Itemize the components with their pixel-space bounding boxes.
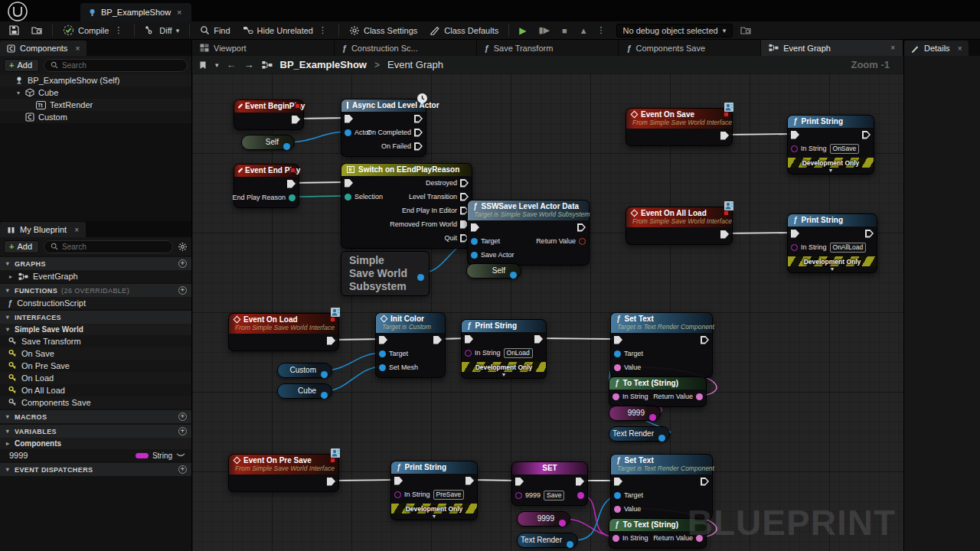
data-pin[interactable] [614, 350, 621, 357]
event-end-play[interactable]: Event End PlayEnd Play Reason [234, 164, 299, 208]
pin-value-field[interactable]: OnSave [830, 144, 860, 154]
debug-object-dropdown[interactable]: No debug object selected ▾ [616, 24, 733, 37]
collapse-chevron-icon[interactable]: ▼ [788, 266, 877, 272]
exec-pin[interactable] [414, 115, 423, 123]
stop-button[interactable]: ■ [557, 24, 572, 37]
asset-tab-close-icon[interactable]: × [175, 8, 183, 17]
components-search[interactable] [44, 59, 188, 72]
data-pin[interactable] [791, 145, 798, 152]
components-tree-item-textrender[interactable]: TtTextRender [0, 99, 191, 111]
exec-pin[interactable] [791, 230, 799, 238]
data-pin[interactable] [471, 238, 478, 245]
section-functions[interactable]: ▾FUNCTIONS(26 OVERRIDABLE)+ [0, 284, 191, 297]
tab-components[interactable]: Components × [0, 41, 87, 56]
exec-pin[interactable] [345, 115, 353, 123]
hide-unrelated-options-icon[interactable]: ⋮ [317, 25, 328, 35]
exec-pin[interactable] [460, 179, 469, 187]
find-button[interactable]: Find [195, 24, 234, 37]
my-blueprint-item-on-load[interactable]: On Load [0, 372, 191, 384]
ssw-save-level-actor-data[interactable]: ƒSSWSave Level Actor DataTarget is Simpl… [467, 200, 590, 266]
nav-forward-icon[interactable]: → [244, 59, 254, 70]
data-pin[interactable] [614, 364, 621, 371]
data-pin[interactable] [612, 535, 619, 542]
custom-capsule[interactable]: Custom [277, 363, 332, 378]
exec-pin[interactable] [345, 179, 353, 187]
section-event-dispatchers[interactable]: ▾EVENT DISPATCHERS+ [0, 463, 191, 476]
pin-value-field[interactable]: OnAllLoad [830, 243, 867, 253]
my-blueprint-item-components-save[interactable]: Components Save [0, 396, 191, 409]
graph-tab-close-icon[interactable]: × [890, 44, 895, 52]
switch-on-eendplayreason[interactable]: ESwitch on EEndPlayReasonDestroyedSelect… [341, 163, 472, 249]
data-pin[interactable] [321, 371, 328, 378]
data-pin[interactable] [791, 244, 798, 251]
data-pin[interactable] [283, 143, 290, 150]
exec-pin[interactable] [576, 478, 584, 486]
compile-button[interactable]: Compile ⋮ [58, 23, 129, 37]
data-pin[interactable] [394, 491, 401, 498]
exec-pin[interactable] [471, 223, 479, 232]
debug-browse-button[interactable] [736, 24, 756, 37]
cube-capsule[interactable]: Cube [277, 383, 332, 399]
graph-tab-viewport[interactable]: Viewport [192, 40, 335, 56]
components-add-button[interactable]: + Add [4, 59, 39, 72]
exec-pin[interactable] [292, 116, 300, 124]
play-button[interactable]: ▶ [514, 24, 531, 37]
event-on-pre-save[interactable]: Event On Pre SaveFrom Simple Save World … [228, 454, 339, 492]
item-expander-icon[interactable]: ▸ [8, 273, 14, 280]
async-load-level-actor[interactable]: Async Load Level ActorActorOn CompletedO… [341, 99, 426, 157]
exec-pin[interactable] [394, 477, 403, 485]
pin-value-field[interactable]: PreSave [433, 490, 465, 500]
bookmark-chevron-icon[interactable]: ▾ [215, 61, 219, 69]
class-defaults-button[interactable]: Class Defaults [425, 24, 503, 37]
section-graphs[interactable]: ▾GRAPHS+ [0, 257, 191, 270]
exec-pin[interactable] [720, 230, 729, 239]
exec-pin[interactable] [791, 131, 799, 139]
graph-canvas[interactable]: Event BeginPlaySelfAsync Load Level Acto… [192, 73, 903, 551]
section-add-icon[interactable]: + [178, 412, 187, 421]
event-on-all-load[interactable]: Event On All LoadFrom Simple Save World … [626, 207, 733, 245]
components-tree-item-bp-exampleshow-self-[interactable]: BP_ExampleShow (Self) [0, 74, 191, 86]
exec-pin[interactable] [862, 131, 871, 139]
save-button[interactable] [5, 24, 24, 37]
exec-pin[interactable] [701, 478, 709, 486]
data-pin[interactable] [289, 194, 296, 201]
details-tab-close-icon[interactable]: × [958, 44, 962, 53]
data-pin[interactable] [612, 393, 619, 400]
diff-button[interactable]: Diff ▾ [140, 24, 184, 37]
print-string-1[interactable]: ƒPrint StringIn StringOnSaveDevelopment … [787, 115, 874, 174]
graph-tab-save-transform[interactable]: ƒSave Transform [477, 40, 619, 56]
exec-pin[interactable] [414, 142, 423, 151]
data-pin[interactable] [379, 364, 386, 371]
tab-my-blueprint[interactable]: My Blueprint × [0, 222, 86, 237]
exec-pin[interactable] [379, 336, 387, 344]
data-pin[interactable] [567, 541, 573, 548]
components-tab-close-icon[interactable]: × [75, 44, 80, 53]
text-render-capsule-2[interactable]: Text Render [517, 533, 578, 548]
data-pin[interactable] [559, 520, 566, 527]
data-pin[interactable] [649, 414, 656, 421]
class-settings-button[interactable]: Class Settings [345, 24, 422, 37]
event-begin-play[interactable]: Event BeginPlay [234, 99, 304, 130]
nav-back-icon[interactable]: ← [227, 59, 237, 70]
my-blueprint-item-on-save[interactable]: On Save [0, 347, 191, 360]
data-pin[interactable] [515, 492, 522, 499]
tab-details[interactable]: Details × [904, 41, 969, 56]
data-pin[interactable] [614, 506, 621, 513]
exec-pin[interactable] [327, 478, 335, 486]
exec-pin[interactable] [865, 230, 874, 238]
variable-9999[interactable]: 9999String [0, 449, 191, 461]
self-2[interactable]: Self [466, 263, 521, 279]
asset-tab[interactable]: BP_ExampleShow × [80, 3, 191, 21]
exec-pin[interactable] [414, 129, 423, 137]
text-render-capsule-1[interactable]: Text Render [609, 426, 670, 442]
play-options-icon[interactable]: ⋮ [596, 25, 607, 35]
subsection-expander-icon[interactable]: ▾ [5, 326, 11, 333]
exec-pin[interactable] [614, 478, 622, 486]
data-pin[interactable] [471, 252, 478, 259]
exec-pin[interactable] [466, 477, 474, 485]
section-add-icon[interactable]: + [178, 259, 187, 268]
components-search-input[interactable] [62, 61, 181, 70]
exec-pin[interactable] [465, 335, 473, 344]
data-pin[interactable] [579, 238, 586, 245]
print-string-2[interactable]: ƒPrint StringIn StringOnAllLoadDevelopme… [787, 214, 877, 273]
